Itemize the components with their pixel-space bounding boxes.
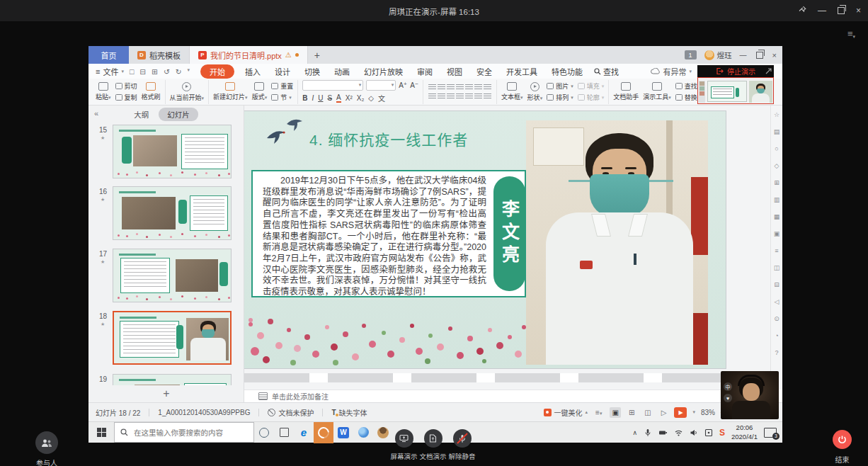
unmute-button[interactable]: 解除静音 [447,429,476,461]
wps-restore-button[interactable] [756,52,763,59]
menu-find[interactable]: 查找 [594,66,619,77]
doc-share-button[interactable]: 文档演示 [418,429,447,461]
wps-close-button[interactable]: × [772,51,777,59]
font-family-select[interactable] [302,80,363,91]
layout-button[interactable]: 版式▾ [252,82,268,101]
beautify-button[interactable]: 一键美化▴ [544,407,588,418]
play-from-current-button[interactable]: 从当前开始▾ [170,82,205,102]
add-slide-button[interactable]: + [88,385,244,402]
picture-button[interactable]: 图片▾ [547,81,573,91]
search-input[interactable] [132,428,241,438]
wifi-icon[interactable] [674,428,683,437]
zoom-level[interactable]: 83% [701,409,715,416]
justify-icon[interactable] [456,93,464,100]
reset-button[interactable]: 重置 [271,81,293,91]
restore-button[interactable] [838,7,845,14]
tab-outline[interactable]: 大纲 [134,109,149,120]
edge-button[interactable]: e [294,422,314,443]
screen-share-preview[interactable] [697,77,774,104]
slideshow-play-button[interactable]: ▶ [674,407,687,418]
notes-toggle-icon[interactable]: ≡▾ [593,407,604,418]
taskbar-clock[interactable]: 20:062020/4/1 [731,424,758,441]
columns-icon[interactable] [484,84,491,91]
menu-tab-insert[interactable]: 插入 [238,66,268,77]
new-tab-button[interactable]: + [308,46,326,64]
distribute-icon[interactable] [465,93,473,100]
tab-templates[interactable]: D 稻壳模板 [129,46,190,64]
start-button[interactable] [88,422,114,443]
quick-more-icon[interactable]: ▾ [188,67,190,76]
menu-tab-transition[interactable]: 切换 [297,66,327,77]
bullets-icon[interactable] [428,84,436,91]
sync-status[interactable]: 有异常▾ [651,66,692,77]
thumbnail-16[interactable]: 16★ [88,186,244,243]
italic-button[interactable]: I [312,94,314,102]
menu-tab-devtools[interactable]: 开发工具 [499,66,544,77]
doc-assistant-button[interactable]: 文档助手 [613,82,639,101]
ime-icon[interactable] [704,428,713,437]
chart-icon[interactable]: ▥ [774,196,780,203]
participants-button[interactable] [35,431,58,454]
save-icon[interactable]: □ [130,67,134,76]
video-view-button[interactable]: ▷ [659,407,669,418]
paste-button[interactable]: 粘贴▾ [96,82,111,101]
strikethrough-button[interactable]: S [327,94,332,102]
font-color-button[interactable]: A [336,94,341,103]
copy-button[interactable]: 复制 [115,93,137,102]
notes-bar[interactable]: 单击此处添加备注 [244,390,770,402]
stop-presenting-bar[interactable]: 停止演示 [697,65,774,77]
slide-layout-icon[interactable]: ⊞ [774,179,780,186]
volume-icon[interactable] [690,428,698,437]
output-icon[interactable]: ⊟ [139,67,146,76]
menu-tab-review[interactable]: 审阅 [410,66,440,77]
phonetic-button[interactable]: 文 [378,93,385,103]
textbox-button[interactable]: 文本框▾ [501,82,523,101]
file-menu[interactable]: ≡文件▾ [88,66,130,77]
menu-tab-home[interactable]: 开始 [200,64,234,79]
highlight-button[interactable]: ◇ [368,94,374,102]
new-slide-button[interactable]: 新建幻灯片▾ [213,82,248,101]
subscript-button[interactable]: X₂ [357,94,365,102]
slide-textbox[interactable]: 2019年12月30日下午5点多，他在武汉大学临床04级班级群里发布消息说“华南… [251,170,526,297]
menu-tab-view[interactable]: 视图 [440,66,469,77]
shapes-button[interactable]: 形状▾ [527,82,543,102]
present-tools-button[interactable]: 演示工具▾ [643,82,671,101]
cut-button[interactable]: 剪切 [115,81,137,91]
menu-tab-animation[interactable]: 动画 [327,66,357,77]
webcam-video[interactable]: 中 ♥ [721,371,779,419]
normal-view-button[interactable]: ▣ [610,407,620,418]
protection-status[interactable]: 文档未保护 [268,407,314,418]
design-tools-icon[interactable]: ▦ [774,213,780,220]
underline-button[interactable]: U [318,94,323,102]
font-shrink-button[interactable]: A⁻ [410,81,418,89]
expand-icon[interactable] [765,68,772,76]
close-button[interactable]: × [856,6,861,15]
thumbnail-15[interactable]: 15★ [88,125,244,181]
vertical-align-icon[interactable] [474,93,482,100]
previous-icon[interactable]: ◁ [775,298,780,305]
end-call-button[interactable] [833,430,852,449]
minimize-panel-icon[interactable]: ⊟ [774,281,780,288]
tray-expand-icon[interactable]: ∧ [632,429,637,436]
numbering-icon[interactable] [438,84,445,91]
tab-slides[interactable]: 幻灯片 [159,108,198,121]
meeting-app-button[interactable] [314,422,333,443]
font-size-select[interactable] [366,80,396,91]
bold-button[interactable]: B [302,94,307,102]
minimize-button[interactable]: — [818,6,826,15]
undo-icon[interactable]: ↺ [164,67,170,76]
horizontal-scroll-strip[interactable] [244,373,726,382]
pin-icon[interactable] [798,4,806,17]
collapse-panel-icon[interactable]: « [94,109,98,118]
current-slide[interactable]: 4. 缅怀抗疫一线工作者 2019年12月30日下午5点多，他在武汉大学临床04… [244,111,726,368]
grid-view-button[interactable]: ⊞ [627,407,636,418]
clipboard-icon[interactable]: ▤ [774,128,780,135]
split-view-button[interactable]: ◫ [642,407,653,418]
tab-home[interactable]: 首页 [88,46,129,64]
format-painter-button[interactable]: 格式刷 [142,82,161,101]
microphone-icon[interactable] [644,428,652,437]
autofit-icon[interactable] [484,93,491,100]
text-direction-icon[interactable] [474,84,482,91]
screen-share-button[interactable]: 屏幕演示 [389,429,418,461]
outline-list-icon[interactable]: ≡ [775,247,778,254]
